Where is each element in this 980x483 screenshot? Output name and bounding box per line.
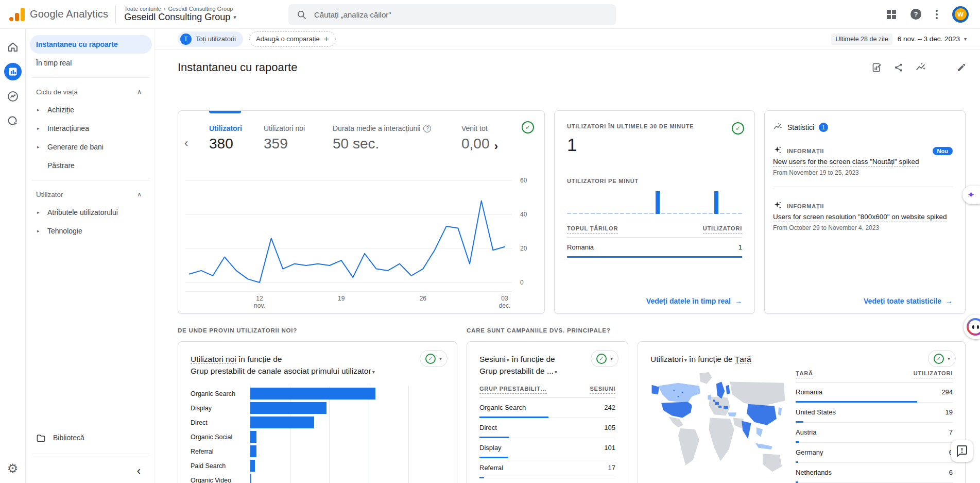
metric-label: Durata medie a interacțiunii? — [333, 124, 461, 132]
table-row[interactable]: United States19 — [796, 403, 953, 423]
help-icon[interactable]: ? — [910, 9, 921, 20]
metric-tab[interactable]: Durata medie a interacțiunii?50 sec. — [333, 124, 461, 152]
countries-table: ȚARĂ UTILIZATORI Romania294United States… — [796, 370, 953, 483]
sidebar-item[interactable]: ▸Interacțiunea — [30, 119, 152, 138]
bar[interactable] — [250, 388, 375, 399]
bar[interactable] — [250, 402, 326, 414]
dimension-selector[interactable]: Grup prestabilit de ... — [479, 367, 554, 375]
minute-baseline-dash — [573, 213, 577, 214]
apps-grid-icon[interactable] — [887, 10, 896, 19]
sidebar-item[interactable]: Păstrare — [30, 156, 152, 175]
bar[interactable] — [250, 460, 255, 472]
table-row[interactable]: Display101 — [479, 438, 615, 458]
minute-baseline-dash — [596, 213, 600, 214]
bar-row: Referral — [191, 444, 444, 459]
sidebar-item-library[interactable]: Bibliotecă — [26, 427, 154, 448]
data-quality-pill[interactable]: ▾ — [928, 350, 956, 367]
users-per-minute-label: UTILIZATORI PE MINUT — [567, 178, 742, 184]
table-row[interactable]: Direct105 — [479, 418, 615, 438]
column-header-users[interactable]: UTILIZATORI — [914, 370, 953, 378]
bar[interactable] — [250, 445, 256, 457]
column-header-users[interactable]: UTILIZATORI — [703, 225, 742, 234]
reports-icon[interactable] — [4, 63, 22, 80]
google-analytics-logo-icon[interactable] — [9, 8, 25, 21]
table-row[interactable]: Organic Search242 — [479, 398, 615, 418]
bar-label: Paid Search — [191, 462, 250, 470]
home-icon[interactable] — [4, 38, 22, 56]
metric-selector[interactable]: Utilizatori noi — [191, 355, 236, 364]
insight-title[interactable]: New users for the screen class "Noutăți"… — [773, 157, 953, 166]
kebab-menu-icon[interactable] — [936, 10, 938, 19]
insight-tag: INFORMAȚII — [787, 203, 824, 209]
data-quality-pill[interactable]: ▾ — [591, 350, 618, 367]
table-row[interactable]: Referral17 — [479, 458, 615, 478]
table-row[interactable]: Germany6 — [796, 443, 953, 463]
dimension-selector[interactable]: Țară — [735, 355, 751, 364]
table-row[interactable]: Romania1 — [567, 238, 742, 258]
bar[interactable] — [250, 474, 251, 483]
sidebar-item[interactable]: ▸Achiziție — [30, 101, 152, 119]
table-row[interactable]: Netherlands6 — [796, 463, 953, 483]
property-selector[interactable]: Geseidl Consulting Group ▾ — [124, 12, 236, 23]
bar[interactable] — [250, 417, 314, 428]
column-header-channel[interactable]: GRUP PRESTABILIT… — [479, 386, 547, 394]
collapse-drawer-icon[interactable]: ‹ — [137, 465, 141, 477]
insight-item[interactable]: INFORMAȚIIUsers for screen resolution "8… — [773, 201, 953, 231]
insight-title[interactable]: Users for screen resolution "800x600" on… — [773, 212, 953, 222]
column-header-country[interactable]: ȚARĂ — [796, 370, 813, 378]
data-quality-icon[interactable] — [522, 121, 534, 134]
data-quality-icon — [425, 354, 436, 364]
extension-sparkle-button[interactable]: ✦ — [962, 186, 980, 204]
insight-item[interactable]: INFORMAȚIINouNew users for the screen cl… — [773, 145, 953, 176]
metric-value: 380 — [209, 136, 264, 152]
search-input[interactable] — [314, 10, 608, 19]
date-range-picker[interactable]: Ultimele 28 de zile 6 nov. – 3 dec. 2023… — [831, 34, 967, 45]
metric-selector[interactable]: Utilizatori — [650, 355, 683, 363]
table-row[interactable]: Romania294 — [796, 382, 953, 403]
metric-tabs: Utilizatori380Utilizatori noi359Durata m… — [178, 111, 544, 152]
table-row-text: Direct105 — [479, 424, 615, 431]
view-all-insights-link[interactable]: Vedeți toate statisticile → — [864, 297, 953, 305]
add-comparison-label: Adaugă o comparație — [256, 35, 320, 43]
data-quality-icon[interactable] — [732, 122, 744, 135]
active-metric-indicator — [209, 111, 241, 113]
view-realtime-link[interactable]: Vedeți datele în timp real → — [646, 297, 742, 305]
sidebar-item[interactable]: ▸Tehnologie — [30, 222, 152, 240]
sidebar-item[interactable]: În timp real — [30, 54, 152, 72]
all-users-chip[interactable]: T Toți utilizatorii — [178, 31, 243, 47]
column-header-country[interactable]: TOPUL ȚĂRILOR — [567, 225, 618, 234]
edit-pencil-icon[interactable] — [956, 62, 967, 73]
sidebar-item[interactable]: ▸Atributele utilizatorului — [30, 203, 152, 222]
table-row[interactable]: Organic Social8 — [479, 478, 615, 483]
svg-text:0: 0 — [520, 279, 524, 286]
sidebar-item[interactable]: Instantaneu cu rapoarte — [30, 35, 152, 54]
explore-icon[interactable] — [4, 88, 22, 105]
bar[interactable] — [250, 431, 256, 443]
svg-text:19: 19 — [338, 295, 345, 302]
carousel-next-icon[interactable]: › — [494, 140, 498, 153]
bar-track — [250, 459, 424, 473]
sidebar-section-header[interactable]: Utilizator∧ — [26, 186, 154, 203]
sidebar-section-header[interactable]: Ciclu de viață∧ — [26, 83, 154, 101]
carousel-prev-icon[interactable]: ‹ — [184, 137, 188, 150]
table-row-text: Referral17 — [479, 464, 615, 472]
sidebar-item[interactable]: ▸Generare de bani — [30, 138, 152, 156]
minute-baseline-dash — [591, 213, 595, 214]
table-row[interactable]: Austria7 — [796, 423, 953, 443]
settings-gear-icon[interactable]: ⚙ — [0, 461, 25, 476]
search-bar[interactable] — [288, 4, 616, 25]
metric-selector[interactable]: Sesiuni — [479, 355, 506, 363]
column-header-sessions[interactable]: SESIUNI — [590, 386, 615, 394]
share-icon[interactable] — [893, 62, 904, 73]
feedback-button[interactable] — [951, 440, 973, 462]
metric-tab[interactable]: Utilizatori noi359 — [264, 124, 333, 152]
insights-icon[interactable] — [915, 62, 926, 73]
account-switcher[interactable]: Toate conturile › Geseidl Consulting Gro… — [124, 6, 236, 23]
customize-report-icon[interactable] — [872, 62, 882, 73]
dimension-selector[interactable]: Grup prestabilit de canale asociat primu… — [191, 367, 371, 375]
advertising-icon[interactable] — [4, 112, 22, 130]
add-comparison-button[interactable]: Adaugă o comparație + — [249, 31, 336, 47]
data-quality-pill[interactable]: ▾ — [420, 350, 448, 367]
metric-tab[interactable]: Utilizatori380 — [209, 124, 264, 152]
user-avatar[interactable]: W — [952, 6, 969, 23]
